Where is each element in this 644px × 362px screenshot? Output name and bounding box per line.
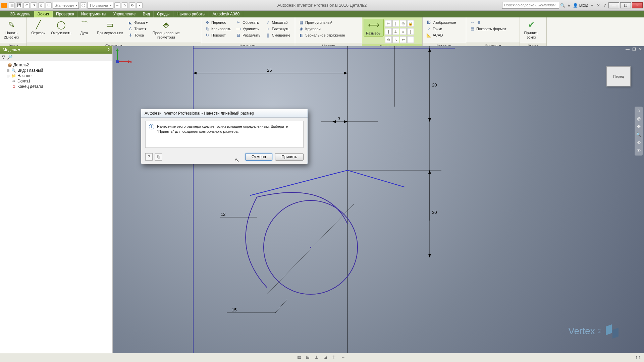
graphics-canvas[interactable]: — ❐ ✕ 25 3 20 30 bbox=[113, 46, 644, 353]
status-ortho-icon[interactable]: ⊥ bbox=[315, 355, 321, 361]
material-combo[interactable]: Материал bbox=[53, 2, 79, 9]
qat-save-icon[interactable]: 💾 bbox=[16, 2, 22, 8]
constraint-coincident-icon[interactable]: ⊢ bbox=[385, 20, 392, 27]
extend-button[interactable]: ⟶Удлинить bbox=[234, 26, 262, 32]
trim-button[interactable]: ✂Обрезать bbox=[234, 19, 262, 25]
nav-orbit-icon[interactable]: ⟲ bbox=[636, 140, 642, 146]
nav-lookat-icon[interactable]: 👁 bbox=[636, 148, 642, 154]
status-slice-icon[interactable]: ◪ bbox=[323, 355, 329, 361]
find-icon[interactable]: 🔎 bbox=[7, 55, 12, 60]
tab-manage[interactable]: Управление bbox=[110, 11, 140, 17]
exchange-icon[interactable]: ✕ bbox=[596, 3, 601, 8]
tab-view[interactable]: Вид bbox=[139, 11, 154, 17]
chamfer-button[interactable]: ◣Фаска ▾ bbox=[126, 19, 149, 25]
dialog-help-icon[interactable]: ? bbox=[145, 153, 153, 161]
tab-getstarted[interactable]: Начало работы bbox=[173, 11, 209, 17]
browser-help-icon[interactable]: ? bbox=[107, 48, 110, 52]
circular-pattern-button[interactable]: ◉Круговой bbox=[297, 26, 346, 32]
project-geometry-button[interactable]: ⬘Проецирование геометрии bbox=[151, 19, 182, 40]
browser-title[interactable]: Модель ▾ bbox=[3, 48, 20, 52]
tab-tools[interactable]: Инструменты bbox=[78, 11, 110, 17]
rectangular-pattern-button[interactable]: ▦Прямоугольный bbox=[297, 19, 346, 25]
arc-button[interactable]: ⌒Дуга bbox=[74, 19, 94, 36]
appearance-combo[interactable]: По умолча bbox=[88, 2, 113, 9]
circle-button[interactable]: ◯Окружность bbox=[49, 19, 73, 36]
help-search[interactable]: Поиск по справке и командам bbox=[502, 2, 559, 9]
constraint-fix-icon[interactable]: 🔒 bbox=[407, 20, 414, 27]
status-grid-icon[interactable]: ▦ bbox=[297, 355, 303, 361]
constraint-horizontal-icon[interactable]: ≡ bbox=[400, 28, 407, 35]
help-icon[interactable]: ? bbox=[602, 3, 607, 8]
image-button[interactable]: 🖼Изображение bbox=[425, 19, 457, 25]
dialog-cancel-button[interactable]: Отмена bbox=[245, 153, 272, 161]
qat-settings-icon[interactable]: ⚙ bbox=[129, 2, 135, 8]
tab-a360[interactable]: Autodesk A360 bbox=[209, 11, 243, 17]
tab-environments[interactable]: Среды bbox=[154, 11, 173, 17]
format-construction-button[interactable]: ╌⊕ bbox=[468, 19, 508, 25]
user-icon[interactable]: 👤 bbox=[573, 3, 578, 8]
nav-zoom-icon[interactable]: 🔍 bbox=[636, 132, 642, 138]
start-sketch-button[interactable]: ✎Начать 2D-эскиз bbox=[1, 19, 21, 40]
rotate-button[interactable]: ↻Поворот bbox=[203, 32, 232, 38]
qat-dropdown-icon[interactable]: ▾ bbox=[137, 2, 143, 8]
minimize-button[interactable]: — bbox=[608, 2, 619, 8]
qat-undo-icon[interactable]: ↶ bbox=[23, 2, 30, 8]
constraint-perpendicular-icon[interactable]: ⊥ bbox=[392, 28, 399, 35]
dialog-copy-icon[interactable]: ⎘ bbox=[155, 153, 162, 161]
qat-open-icon[interactable]: ▤ bbox=[9, 2, 15, 8]
tab-inspect[interactable]: Проверка bbox=[53, 11, 78, 17]
split-button[interactable]: ⊟Разделить bbox=[234, 32, 262, 38]
constraint-collinear-icon[interactable]: ∥ bbox=[392, 20, 399, 27]
qat-select-icon[interactable]: ☐ bbox=[46, 2, 52, 8]
qat-print-icon[interactable]: ⎙ bbox=[38, 2, 44, 8]
copy-button[interactable]: ⎘Копировать bbox=[203, 26, 232, 32]
login-link[interactable]: Вход bbox=[579, 3, 588, 8]
show-format-button[interactable]: ▤Показать формат bbox=[468, 26, 508, 32]
filter-icon[interactable]: ∇ bbox=[2, 55, 5, 60]
acad-button[interactable]: 📐ACAD bbox=[425, 32, 457, 38]
offset-button[interactable]: ‖Смещение bbox=[264, 32, 292, 38]
nav-wheel-icon[interactable]: ◎ bbox=[636, 116, 642, 122]
constraint-vertical-icon[interactable]: ‖ bbox=[407, 28, 414, 35]
status-snap-icon[interactable]: ⊞ bbox=[306, 355, 312, 361]
constraint-parallel-icon[interactable]: ∥ bbox=[385, 28, 392, 35]
rectangle-button[interactable]: ▭Прямоугольник bbox=[95, 19, 125, 36]
search-icon[interactable]: 🔍 bbox=[560, 3, 566, 8]
qat-fx-icon[interactable]: fx bbox=[122, 2, 128, 8]
scale-button[interactable]: ⤢Масштаб bbox=[264, 19, 292, 25]
move-button[interactable]: ✥Перенос bbox=[203, 19, 232, 25]
tree-end[interactable]: ⊘Конец детали bbox=[1, 84, 111, 89]
chevron-down-icon[interactable]: ▾ bbox=[589, 3, 595, 8]
model-tree[interactable]: 📦Деталь2 ⊞🔍Вид: Главный ⊞📁Начало ✏Эскиз1… bbox=[0, 61, 112, 353]
stretch-button[interactable]: ↔Растянуть bbox=[264, 26, 292, 32]
qat-redo-icon[interactable]: ↷ bbox=[31, 2, 37, 8]
nav-pan-icon[interactable]: ✥ bbox=[636, 124, 642, 130]
text-button[interactable]: AТекст ▾ bbox=[126, 26, 149, 32]
qat-measure-icon[interactable]: ↔ bbox=[114, 2, 120, 8]
viewcube[interactable]: Перед bbox=[606, 66, 631, 86]
constraint-symmetric-icon[interactable]: ⇔ bbox=[400, 36, 407, 43]
tab-3d-model[interactable]: 3D-модель bbox=[7, 11, 34, 17]
constraint-smooth-icon[interactable]: ∿ bbox=[392, 36, 399, 43]
line-button[interactable]: ╱Отрезок bbox=[28, 19, 48, 36]
dimension-button[interactable]: ⟷Размеры bbox=[364, 19, 384, 37]
tree-view[interactable]: ⊞🔍Вид: Главный bbox=[1, 68, 111, 73]
tree-root[interactable]: 📦Деталь2 bbox=[1, 62, 111, 68]
maximize-button[interactable]: ▢ bbox=[620, 2, 631, 8]
qat-appearance-icon[interactable]: ◯ bbox=[80, 2, 86, 8]
nav-home-icon[interactable]: ⌂ bbox=[636, 108, 642, 114]
constraint-tangent-icon[interactable]: ⊖ bbox=[385, 36, 392, 43]
constraint-equal-icon[interactable]: = bbox=[407, 36, 414, 43]
dialog-accept-button[interactable]: Принять bbox=[275, 153, 304, 161]
points-button[interactable]: ⁘Точки bbox=[425, 26, 457, 32]
finish-sketch-button[interactable]: ✔Принять эскиз bbox=[521, 19, 541, 40]
constraint-concentric-icon[interactable]: ◎ bbox=[400, 20, 407, 27]
point-button[interactable]: ✛Точка bbox=[126, 32, 149, 38]
mirror-button[interactable]: ◧Зеркальное отражение bbox=[297, 32, 346, 38]
tab-sketch[interactable]: Эскиз bbox=[34, 11, 53, 17]
status-dim-icon[interactable]: ↔ bbox=[341, 355, 347, 361]
close-button[interactable]: ✕ bbox=[632, 2, 643, 8]
tree-origin[interactable]: ⊞📁Начало bbox=[1, 73, 111, 78]
status-center-icon[interactable]: ✛ bbox=[332, 355, 338, 361]
star-icon[interactable]: ★ bbox=[567, 3, 572, 8]
